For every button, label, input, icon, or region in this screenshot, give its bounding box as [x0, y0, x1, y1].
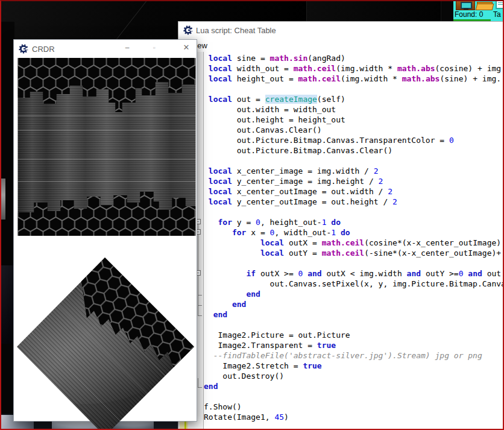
- code-line: local height_out = math.ceil(img.width *…: [204, 74, 504, 84]
- code-line: local sine = math.sin(angRad): [204, 53, 504, 63]
- wallpaper-block: [0, 22, 14, 430]
- code-line: [204, 84, 504, 94]
- crdr-titlebar[interactable]: CRDR – ▫ ✕: [14, 40, 197, 58]
- table-partial-label: Ta: [493, 10, 501, 19]
- code-line: local out = createImage(self): [204, 94, 504, 104]
- code-line: end: [204, 381, 504, 391]
- code-line: out.width = width_out: [204, 104, 504, 115]
- lua-menubar: View: [178, 39, 504, 52]
- wallpaper-slab: [0, 265, 13, 344]
- code-line: out.height = height_out: [204, 115, 504, 125]
- cheat-engine-icon: [19, 44, 28, 54]
- code-line: out.Picture.Bitmap.Canvas.TransparentCol…: [204, 135, 504, 145]
- fold-end-marker: [198, 310, 202, 316]
- open-file-icon[interactable]: [476, 0, 493, 9]
- cheat-engine-icon: [183, 25, 193, 35]
- code-line: out.Destroy(): [204, 371, 504, 381]
- crdr-client-area: [14, 58, 197, 421]
- fold-end-marker: [198, 382, 202, 388]
- code-line: --findTableFile('abstract-silver.jpg').S…: [204, 350, 504, 361]
- code-line: [204, 320, 504, 330]
- desktop: { "colors": { "frame_red": "#b31414", "f…: [0, 0, 504, 430]
- code-line: end: [204, 289, 504, 299]
- minimize-button[interactable]: –: [122, 42, 132, 53]
- code-line: out.Canvas.setPixel(x, y, img.Picture.Bi…: [204, 279, 504, 289]
- found-bar: Found: 0 Ta: [453, 9, 504, 19]
- code-line: out.Canvas.Clear(): [204, 125, 504, 135]
- crdr-window-title: CRDR: [32, 45, 55, 54]
- code-line: for x = 0, width_out-1 do: [204, 227, 504, 238]
- lua-titlebar[interactable]: Lua script: Cheat Table: [178, 22, 504, 39]
- code-line: for y = 0, height_out-1 do: [204, 217, 504, 227]
- code-line: [204, 156, 504, 166]
- code-line: [204, 207, 504, 217]
- code-line: [204, 391, 504, 402]
- close-button[interactable]: ✕: [181, 42, 191, 53]
- source-image: [17, 58, 196, 236]
- wallpaper-slab: [0, 179, 5, 220]
- code-text: local sine = math.sin(angRad) local widt…: [204, 53, 504, 422]
- code-line: [204, 258, 504, 268]
- code-line: local outX = math.ceil(cosine*(x-x_cente…: [204, 238, 504, 248]
- code-line: end: [204, 299, 504, 309]
- code-line: out.Picture.Bitmap.Canvas.Clear(): [204, 145, 504, 156]
- code-line: local x_center_image = img.width / 2: [204, 166, 504, 176]
- code-line: local width_out = math.ceil(img.width * …: [204, 63, 504, 74]
- code-line: f.Show(): [204, 402, 504, 412]
- code-line: Image2.Stretch = true: [204, 361, 504, 371]
- code-line: Image2.Transparent = true: [204, 340, 504, 350]
- found-count-label: Found: 0: [455, 10, 483, 19]
- fold-end-marker: [198, 289, 202, 296]
- crdr-window: CRDR – ▫ ✕: [13, 39, 197, 422]
- maximize-button[interactable]: ▫: [150, 42, 159, 53]
- code-line: if outX >= 0 and outX < img.width and ou…: [204, 268, 504, 279]
- code-line: local x_center_outImage = out.width / 2: [204, 186, 504, 197]
- rotated-image: [16, 256, 195, 430]
- code-line: local y_center_image = img.height / 2: [204, 176, 504, 186]
- document-icon[interactable]: [496, 0, 504, 9]
- wallpaper-block: [307, 0, 441, 22]
- code-line: end: [204, 309, 504, 320]
- cheat-engine-main-fragment: Found: 0 Ta: [453, 0, 504, 21]
- code-line: Rotate(Image1, 45): [204, 412, 504, 422]
- code-line: local outY = math.ceil(-sine*(x-x_center…: [204, 248, 504, 258]
- wallpaper-block: [441, 0, 455, 22]
- lua-script-window: Lua script: Cheat Table View --- local s…: [178, 21, 504, 430]
- lua-code-editor[interactable]: --- local sine = math.sin(angRad) local …: [178, 52, 504, 430]
- fold-end-marker: [198, 300, 202, 306]
- lua-window-title: Lua script: Cheat Table: [196, 26, 276, 35]
- code-line: Image2.Picture = out.Picture: [204, 330, 504, 340]
- code-line: local y_center_outImage = out.height / 2: [204, 197, 504, 207]
